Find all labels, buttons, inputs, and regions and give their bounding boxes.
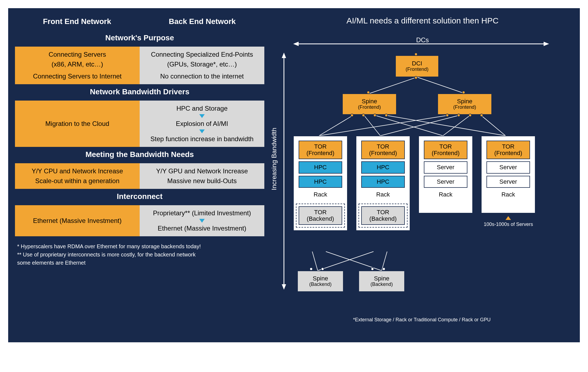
axis-y-label: Increasing Bandwidth (269, 53, 279, 265)
port-dot-icon (414, 53, 418, 56)
rack-hpc: TOR (Frontend) HPC HPC Rack TOR (Backend… (356, 136, 410, 231)
svg-line-12 (319, 115, 448, 136)
flow-arrow-icon (199, 129, 205, 133)
node-tor-fe: TOR (Frontend) (486, 141, 530, 159)
node-tor-fe: TOR (Frontend) (424, 141, 467, 159)
node-server: Server (424, 176, 467, 188)
rack-label: Rack (376, 190, 390, 200)
diagram-root: Front End Network Back End Network Netwo… (8, 8, 580, 342)
port-dot-icon (457, 114, 460, 117)
s4-front: Ethernet (Massive Investment) (15, 205, 140, 236)
port-dot-icon (362, 114, 365, 117)
topology-footnote: *External Storage / Rack or Traditional … (353, 317, 568, 323)
callout-label: 100s-1000s of Servers (484, 222, 533, 227)
svg-line-7 (417, 77, 465, 93)
col-header-frontend: Front End Network (14, 14, 140, 31)
flow-arrow-icon (199, 114, 205, 118)
port-dot-icon (371, 267, 374, 271)
port-dot-icon (382, 267, 385, 271)
section1-title: Network's Purpose (14, 31, 265, 46)
section4-title: Interconnect (14, 189, 265, 205)
topology-headline: AI/ML needs a different solution then HP… (271, 14, 574, 30)
node-tor-fe: TOR (Frontend) (299, 141, 342, 159)
s3-back: Y/Y GPU and Network Increase Massive new… (140, 163, 264, 189)
footnotes: * Hyperscalers have RDMA over Ethernet f… (14, 237, 265, 268)
node-hpc: HPC (361, 176, 405, 188)
port-dot-icon (480, 114, 483, 117)
node-hpc: HPC (299, 161, 342, 173)
rack-label: Rack (314, 190, 327, 200)
backend-slot: TOR (Backend) (359, 204, 408, 228)
rack-server: TOR (Frontend) Server Server Rack (418, 136, 473, 213)
s1-back: Connecting Specialized End-Points (GPUs,… (140, 47, 264, 84)
svg-marker-4 (282, 53, 286, 58)
axis-x-label: DCs (271, 36, 574, 44)
node-spine-fe: Spine (Frontend) (342, 93, 397, 115)
svg-line-6 (369, 77, 417, 93)
port-dot-icon (350, 114, 354, 117)
node-spine-be: Spine (Backend) (359, 271, 405, 292)
port-dot-icon (385, 114, 388, 117)
rack-server: TOR (Frontend) Server Server Rack (481, 136, 535, 213)
node-hpc: HPC (361, 161, 405, 173)
port-dot-icon (310, 267, 313, 271)
svg-line-8 (319, 115, 353, 136)
svg-marker-5 (282, 284, 286, 290)
flow-arrow-icon (199, 219, 205, 223)
port-dot-icon (446, 114, 449, 117)
svg-line-15 (481, 115, 506, 136)
port-dot-icon (321, 267, 324, 271)
svg-line-13 (380, 115, 459, 136)
section3-title: Meeting the Bandwidth Needs (14, 147, 265, 163)
svg-line-9 (364, 115, 380, 136)
rack-hpc: TOR (Frontend) HPC HPC Rack TOR (Backend… (293, 136, 348, 231)
section2-title: Network Bandwidth Drivers (14, 85, 265, 100)
svg-line-11 (386, 115, 506, 136)
node-dci: DCI (Frontend) (395, 55, 439, 77)
s3-front: Y/Y CPU and Network Increase Scale-out w… (15, 163, 140, 189)
rack-label: Rack (439, 190, 452, 200)
backend-slot: TOR (Backend) (296, 204, 345, 228)
col-header-backend: Back End Network (140, 14, 265, 31)
svg-line-18 (318, 252, 373, 271)
node-tor-be: TOR (Backend) (361, 206, 405, 225)
svg-line-14 (443, 115, 470, 136)
node-tor-be: TOR (Backend) (299, 206, 342, 225)
s2-front: Migration to the Cloud (15, 101, 140, 147)
svg-line-10 (375, 115, 443, 136)
s1-front: Connecting Servers (x86, ARM, etc…) Conn… (15, 47, 140, 84)
node-server: Server (486, 161, 530, 173)
s2-back: HPC and Storage Explosion of AI/MI Step … (140, 101, 264, 147)
node-hpc: HPC (299, 176, 342, 188)
callout-arrow-icon (506, 216, 511, 220)
port-dot-icon (414, 76, 418, 79)
s4-back: Proprietary** (Limited Investment) Ether… (140, 205, 264, 236)
topology-diagram: AI/ML needs a different solution then HP… (271, 14, 574, 336)
port-dot-icon (462, 91, 465, 94)
node-spine-be: Spine (Backend) (297, 271, 344, 292)
comparison-table: Front End Network Back End Network Netwo… (14, 14, 265, 336)
node-spine-fe: Spine (Frontend) (437, 93, 492, 115)
rack-label: Rack (501, 190, 515, 200)
port-dot-icon (373, 114, 376, 117)
node-tor-fe: TOR (Frontend) (361, 141, 405, 159)
node-server: Server (424, 161, 467, 173)
port-dot-icon (367, 91, 370, 94)
node-server: Server (486, 176, 530, 188)
port-dot-icon (468, 114, 472, 117)
